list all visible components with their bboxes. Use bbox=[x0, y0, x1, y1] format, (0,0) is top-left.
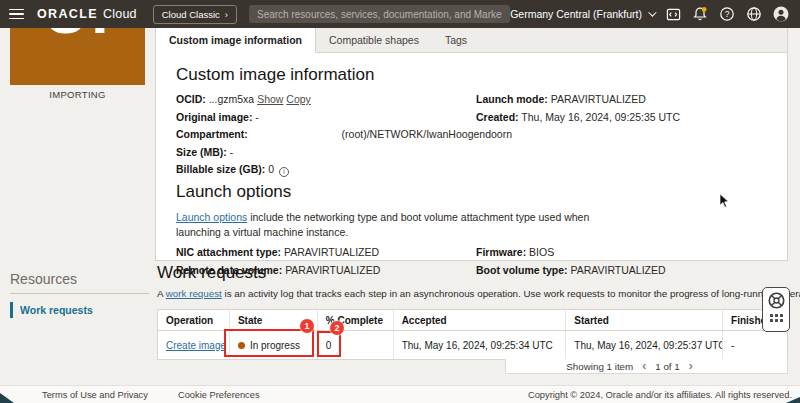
ocid-value: ...gzm5xa bbox=[209, 93, 255, 105]
cell-accepted: Thu, May 16, 2024, 09:25:34 UTC bbox=[394, 331, 567, 359]
column-header-accepted: Accepted bbox=[394, 310, 567, 330]
nic-attachment-label: NIC attachment type: bbox=[176, 246, 281, 258]
ocid-copy-link[interactable]: Copy bbox=[286, 93, 311, 105]
oracle-cloud-logo[interactable]: ORACLE Cloud bbox=[37, 7, 137, 21]
resources-heading: Resources bbox=[10, 271, 77, 287]
page-footer: Terms of Use and Privacy Cookie Preferen… bbox=[0, 385, 800, 403]
size-value: - bbox=[230, 146, 234, 158]
field-created: Created: Thu, May 16, 2024, 09:25:35 UTC bbox=[476, 111, 680, 123]
cloud-classic-button[interactable]: Cloud Classic › bbox=[153, 5, 237, 24]
work-requests-desc-text: is an activity log that tracks each step… bbox=[222, 288, 800, 299]
field-nic-attachment: NIC attachment type: PARAVIRTUALIZED bbox=[176, 246, 767, 258]
pagination-next-button[interactable]: › bbox=[689, 360, 693, 372]
header-right-group: Germany Central (Frankfurt) ? bbox=[510, 6, 800, 22]
tab-compatible-shapes[interactable]: Compatible shapes bbox=[316, 28, 432, 52]
annotation-box-state bbox=[224, 329, 314, 357]
firmware-label: Firmware: bbox=[476, 246, 526, 258]
launch-options-description: Launch options include the networking ty… bbox=[176, 210, 621, 240]
cloud-classic-label: Cloud Classic bbox=[162, 9, 220, 20]
detail-panel: Custom image information Compatible shap… bbox=[155, 28, 788, 261]
tab-bar: Custom image information Compatible shap… bbox=[156, 28, 787, 53]
billable-size-value: 0 bbox=[268, 163, 274, 175]
image-state-badge: IMPORTING bbox=[10, 89, 145, 100]
svg-text:?: ? bbox=[725, 9, 730, 19]
chevron-right-icon: › bbox=[225, 9, 228, 20]
pagination-count: Showing 1 item bbox=[566, 361, 633, 372]
work-request-link[interactable]: work request bbox=[166, 288, 222, 299]
size-label: Size (MB): bbox=[176, 146, 227, 158]
section-title-custom-image-information: Custom image information bbox=[176, 65, 767, 85]
launch-options-link[interactable]: Launch options bbox=[176, 211, 247, 223]
cloud-shell-icon[interactable] bbox=[665, 6, 681, 22]
field-launch-mode: Launch mode: PARAVIRTUALIZED bbox=[476, 93, 680, 105]
table-pagination: Showing 1 item ‹ 1 of 1 › bbox=[505, 359, 788, 374]
launch-mode-label: Launch mode: bbox=[476, 93, 548, 105]
logo-cloud-text: Cloud bbox=[103, 7, 137, 21]
compartment-value: (root)/NETWORK/IwanHoogendoorn bbox=[342, 128, 512, 140]
create-image-link[interactable]: Create image bbox=[166, 340, 226, 351]
sidebar-item-work-requests[interactable]: Work requests bbox=[10, 302, 93, 318]
cell-finished: - bbox=[723, 331, 787, 359]
ocid-show-link[interactable]: Show bbox=[257, 93, 283, 105]
billable-size-label: Billable size (GB): bbox=[176, 163, 265, 175]
field-firmware: Firmware: BIOS bbox=[476, 246, 666, 258]
boot-volume-type-label: Boot volume type: bbox=[476, 264, 568, 276]
created-label: Created: bbox=[476, 111, 519, 123]
language-globe-icon[interactable] bbox=[746, 6, 762, 22]
compartment-label: Compartment: bbox=[176, 128, 248, 140]
search-input[interactable] bbox=[249, 5, 510, 23]
resources-divider bbox=[10, 293, 149, 294]
help-icon[interactable]: ? bbox=[719, 6, 735, 22]
section-title-launch-options: Launch options bbox=[176, 182, 767, 202]
column-header-started: Started bbox=[566, 310, 723, 330]
copyright-text: Copyright © 2024, Oracle and/or its affi… bbox=[528, 390, 792, 400]
launch-mode-value: PARAVIRTUALIZED bbox=[551, 93, 646, 105]
logo-oracle-text: ORACLE bbox=[37, 7, 98, 21]
sidebar-item-label: Work requests bbox=[20, 304, 93, 316]
field-size: Size (MB): - bbox=[176, 146, 767, 158]
hamburger-menu-icon[interactable] bbox=[9, 9, 24, 20]
active-nav-indicator bbox=[10, 302, 13, 318]
ocid-label: OCID: bbox=[176, 93, 206, 105]
column-header-operation: Operation bbox=[158, 310, 230, 330]
screen-capture-widget[interactable] bbox=[762, 287, 790, 332]
image-icon-letters: UI bbox=[44, 28, 112, 43]
remote-data-volume-value: PARAVIRTUALIZED bbox=[285, 264, 380, 276]
move-target-icon bbox=[767, 291, 786, 310]
work-requests-desc-prefix: A bbox=[157, 288, 166, 299]
work-requests-description: A work request is an activity log that t… bbox=[157, 288, 800, 299]
table-header-row: Operation State % Complete Accepted Star… bbox=[158, 310, 787, 331]
created-value: Thu, May 16, 2024, 09:25:35 UTC bbox=[521, 111, 680, 123]
drag-handle-dots-icon[interactable] bbox=[770, 314, 783, 322]
user-avatar[interactable] bbox=[773, 6, 789, 22]
terms-link[interactable]: Terms of Use and Privacy bbox=[42, 390, 148, 400]
field-compartment: Compartment: (root)/NETWORK/IwanHoogendo… bbox=[176, 128, 767, 140]
info-icon[interactable]: i bbox=[279, 167, 289, 177]
tab-custom-image-information[interactable]: Custom image information bbox=[156, 28, 316, 53]
cookie-preferences-link[interactable]: Cookie Preferences bbox=[178, 390, 260, 400]
cell-started: Thu, May 16, 2024, 09:25:37 UTC bbox=[566, 331, 723, 359]
annotation-badge-2: 2 bbox=[330, 321, 344, 335]
original-image-value: - bbox=[255, 111, 259, 123]
boot-volume-type-value: PARAVIRTUALIZED bbox=[571, 264, 666, 276]
pagination-prev-button[interactable]: ‹ bbox=[642, 360, 646, 372]
field-billable-size: Billable size (GB): 0 i bbox=[176, 163, 767, 177]
custom-image-thumbnail: UI bbox=[10, 28, 145, 85]
notifications-bell-icon[interactable] bbox=[692, 6, 708, 22]
nic-attachment-value: PARAVIRTUALIZED bbox=[284, 246, 379, 258]
cell-operation: Create image bbox=[158, 331, 230, 359]
region-label: Germany Central (Frankfurt) bbox=[510, 8, 642, 20]
tab-tags[interactable]: Tags bbox=[432, 28, 480, 52]
top-header: ORACLE Cloud Cloud Classic › Germany Cen… bbox=[0, 0, 800, 28]
pagination-page-indicator: 1 of 1 bbox=[655, 361, 680, 372]
region-selector[interactable]: Germany Central (Frankfurt) bbox=[510, 8, 654, 20]
field-boot-volume-type: Boot volume type: PARAVIRTUALIZED bbox=[476, 264, 666, 276]
annotation-badge-1: 1 bbox=[300, 319, 314, 333]
original-image-label: Original image: bbox=[176, 111, 252, 123]
firmware-value: BIOS bbox=[529, 246, 554, 258]
work-requests-heading: Work requests bbox=[157, 263, 266, 283]
chevron-down-icon bbox=[648, 8, 656, 16]
